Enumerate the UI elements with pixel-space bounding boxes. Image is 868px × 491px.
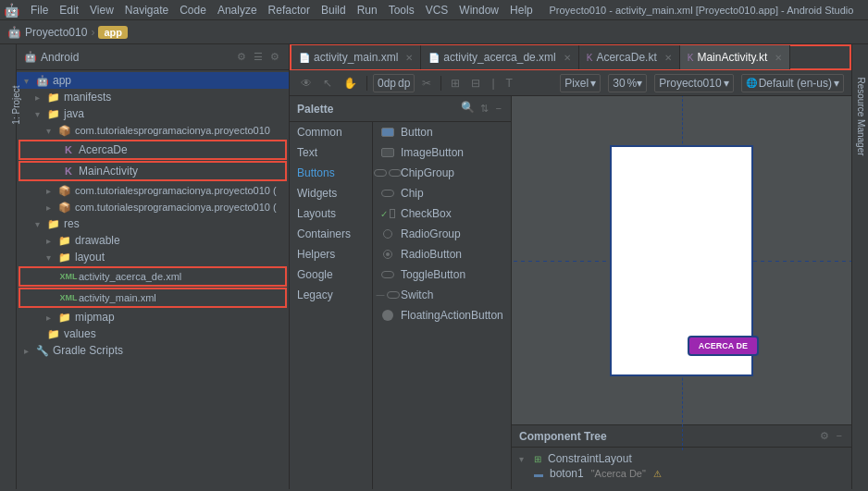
menu-window[interactable]: Window <box>453 4 504 17</box>
tree-arrow-app[interactable]: ▾ <box>24 76 35 86</box>
menu-build[interactable]: Build <box>316 4 352 17</box>
tree-item-package2[interactable]: ▸ 📦 com.tutorialesprogramacionya.proyect… <box>17 182 289 199</box>
widget-chip[interactable]: Chip <box>373 183 511 203</box>
palette-sort-icon[interactable]: ⇅ <box>478 101 490 117</box>
tree-item-package3[interactable]: ▸ 📦 com.tutorialesprogramacionya.proyect… <box>17 199 289 215</box>
tab-mainactivity-kt[interactable]: K MainActivity.kt ✕ <box>680 45 790 69</box>
tree-item-package1[interactable]: ▾ 📦 com.tutorialesprogramacionya.proyect… <box>17 122 289 139</box>
panel-dropdown-label[interactable]: Android <box>41 51 79 64</box>
project-dropdown[interactable]: Proyecto010 ▾ <box>654 74 733 92</box>
tree-arrow-pkg3[interactable]: ▸ <box>46 203 57 213</box>
menu-view[interactable]: View <box>84 4 119 17</box>
menu-code[interactable]: Code <box>174 4 212 17</box>
tree-item-app[interactable]: ▾ 🤖 app <box>17 72 289 89</box>
widget-radiobutton[interactable]: RadioButton <box>373 244 511 264</box>
tab-acercade-kt[interactable]: K AcercaDe.kt ✕ <box>579 45 680 69</box>
menu-vcs[interactable]: VCS <box>420 4 454 17</box>
tree-item-java[interactable]: ▾ 📁 java <box>17 105 289 122</box>
tree-item-mipmap[interactable]: ▸ 📁 mipmap <box>17 309 289 325</box>
resource-manager-tab[interactable]: Resource Manager <box>855 78 865 152</box>
cat-google[interactable]: Google <box>290 264 372 285</box>
locale-label: Default (en-us) <box>759 77 832 90</box>
widget-imagebutton[interactable]: ImageButton <box>373 142 511 163</box>
widget-button[interactable]: Button <box>373 122 511 142</box>
cursor-icon[interactable]: ↖ <box>319 75 336 92</box>
panning-icon[interactable]: ✋ <box>340 75 361 92</box>
more-icon[interactable]: ⚙ <box>268 49 281 65</box>
tree-arrow-res[interactable]: ▾ <box>35 219 46 229</box>
tree-item-main-xml[interactable]: XML activity_main.xml <box>19 288 287 308</box>
values-icon: 📁 <box>46 326 61 341</box>
cat-layouts[interactable]: Layouts <box>290 203 372 224</box>
widget-checkbox[interactable]: ✓ CheckBox <box>373 203 511 224</box>
tree-arrow-gradle[interactable]: ▸ <box>24 346 35 356</box>
menu-help[interactable]: Help <box>504 4 539 17</box>
menu-analyze[interactable]: Analyze <box>212 4 263 17</box>
tree-item-gradle[interactable]: ▸ 🔧 Gradle Scripts <box>17 342 289 359</box>
align-icon[interactable]: ⊞ <box>447 75 464 92</box>
eye-icon[interactable]: 👁 <box>297 75 316 92</box>
menu-edit[interactable]: Edit <box>54 4 84 17</box>
menu-run[interactable]: Run <box>352 4 383 17</box>
cat-common[interactable]: Common <box>290 122 372 142</box>
dp-input[interactable]: 0dp dp <box>373 74 415 92</box>
tree-label-main-xml: activity_main.xml <box>79 292 156 303</box>
cat-legacy[interactable]: Legacy <box>290 285 372 305</box>
cat-helpers[interactable]: Helpers <box>290 244 372 264</box>
tab-close-2[interactable]: ✕ <box>564 53 571 63</box>
widget-switch[interactable]: — Switch <box>373 285 511 305</box>
tree-item-res[interactable]: ▾ 📁 res <box>17 215 289 232</box>
tree-item-layout[interactable]: ▾ 📁 layout <box>17 249 289 265</box>
tab-activity-main-xml[interactable]: 📄 activity_main.xml ✕ <box>291 45 421 69</box>
pixel-dropdown[interactable]: Pixel ▾ <box>560 74 601 92</box>
comp-tree-arrow[interactable]: ▾ <box>519 454 530 464</box>
tree-arrow-pkg2[interactable]: ▸ <box>46 186 57 196</box>
tree-item-drawable[interactable]: ▸ 📁 drawable <box>17 232 289 249</box>
tab-close-3[interactable]: ✕ <box>664 53 672 63</box>
tab-close-1[interactable]: ✕ <box>405 53 413 63</box>
tree-arrow-manifests[interactable]: ▸ <box>35 92 46 103</box>
guide-icon[interactable]: | <box>488 75 498 92</box>
tree-item-acercade[interactable]: K AcercaDe <box>19 140 287 160</box>
menu-navigate[interactable]: Navigate <box>119 4 174 17</box>
locale-arrow: ▾ <box>834 77 839 90</box>
comp-tree-close-icon[interactable]: − <box>835 428 844 444</box>
tab-activity-acerca-de-xml[interactable]: 📄 activity_acerca_de.xml ✕ <box>421 45 578 69</box>
cat-buttons[interactable]: Buttons <box>290 163 372 183</box>
menu-file[interactable]: File <box>25 4 54 17</box>
settings-icon[interactable]: ⚙ <box>235 49 248 65</box>
tree-arrow-mipmap[interactable]: ▸ <box>46 313 57 323</box>
scissors-icon[interactable]: ✂ <box>418 75 435 92</box>
tree-item-values[interactable]: 📁 values <box>17 325 289 342</box>
tree-item-manifests[interactable]: ▸ 📁 manifests <box>17 89 289 105</box>
tree-arrow-drawable[interactable]: ▸ <box>46 236 57 246</box>
comp-tree-settings-icon[interactable]: ⚙ <box>818 428 831 444</box>
palette-close-icon[interactable]: − <box>494 101 503 117</box>
menu-tools[interactable]: Tools <box>383 4 420 17</box>
tree-arrow-pkg1[interactable]: ▾ <box>46 126 57 136</box>
cat-widgets[interactable]: Widgets <box>290 183 372 203</box>
cat-text[interactable]: Text <box>290 142 372 163</box>
comp-boton1[interactable]: ▬ boton1 "Acerca De" ⚠ <box>519 466 844 481</box>
zoom-dropdown[interactable]: 30 %▾ <box>608 74 647 92</box>
filter-icon[interactable]: ☰ <box>252 49 265 65</box>
locale-dropdown[interactable]: 🌐 Default (en-us) ▾ <box>741 74 844 92</box>
distribute-icon[interactable]: ⊟ <box>467 75 484 92</box>
palette-search-icon[interactable]: 🔍 <box>461 101 475 117</box>
tree-item-acercade-xml[interactable]: XML activity_acerca_de.xml <box>19 266 287 287</box>
widget-togglebutton[interactable]: ToggleButton <box>373 264 511 285</box>
tab-close-4[interactable]: ✕ <box>775 53 782 63</box>
tree-arrow-java[interactable]: ▾ <box>35 109 46 119</box>
cat-containers[interactable]: Containers <box>290 224 372 244</box>
widget-radiogroup[interactable]: RadioGroup <box>373 224 511 244</box>
project-panel-tab[interactable]: 1: Project <box>11 73 21 138</box>
comp-warning-icon: ⚠ <box>653 469 662 479</box>
baseline-icon[interactable]: T <box>502 75 516 92</box>
tree-arrow-layout[interactable]: ▾ <box>46 252 57 263</box>
widget-chipgroup[interactable]: ChipGroup <box>373 163 511 183</box>
menu-refactor[interactable]: Refactor <box>263 4 316 17</box>
tree-item-mainactivity[interactable]: K MainActivity <box>19 161 287 181</box>
widget-fab[interactable]: FloatingActionButton <box>373 305 511 325</box>
comp-constraint-layout[interactable]: ▾ ⊞ ConstraintLayout <box>519 451 844 466</box>
manifests-icon: 📁 <box>46 90 61 104</box>
